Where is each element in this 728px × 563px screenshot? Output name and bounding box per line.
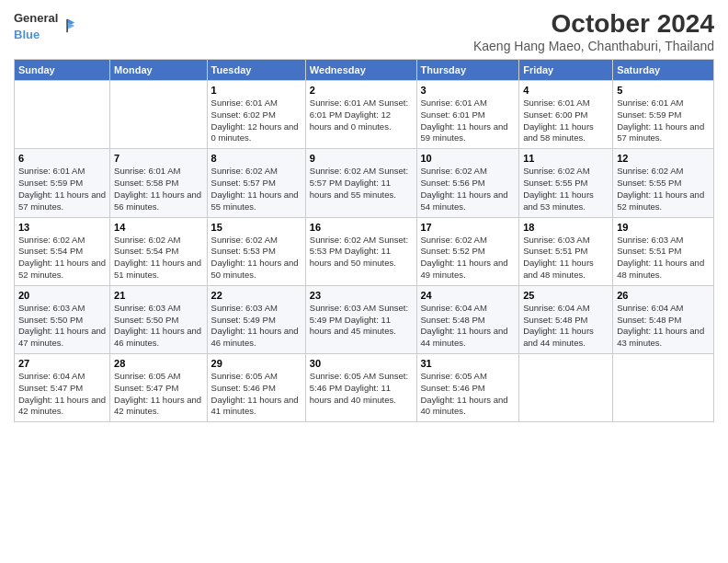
calendar-cell: 11Sunrise: 6:02 AM Sunset: 5:55 PM Dayli… — [519, 149, 613, 217]
calendar-cell: 8Sunrise: 6:02 AM Sunset: 5:57 PM Daylig… — [207, 149, 305, 217]
day-number: 11 — [523, 153, 609, 164]
calendar-cell: 3Sunrise: 6:01 AM Sunset: 6:01 PM Daylig… — [416, 81, 519, 149]
day-number: 21 — [114, 290, 203, 301]
day-detail: Sunrise: 6:03 AM Sunset: 5:49 PM Dayligh… — [310, 303, 413, 338]
calendar-cell: 24Sunrise: 6:04 AM Sunset: 5:48 PM Dayli… — [416, 285, 519, 353]
day-number: 1 — [211, 85, 301, 96]
calendar-cell — [15, 81, 110, 149]
calendar-cell: 9Sunrise: 6:02 AM Sunset: 5:57 PM Daylig… — [305, 149, 416, 217]
calendar-week-row: 1Sunrise: 6:01 AM Sunset: 6:02 PM Daylig… — [15, 81, 714, 149]
calendar-cell: 16Sunrise: 6:02 AM Sunset: 5:53 PM Dayli… — [305, 217, 416, 285]
day-detail: Sunrise: 6:01 AM Sunset: 6:01 PM Dayligh… — [421, 98, 516, 144]
day-number: 15 — [211, 222, 301, 233]
header-day-thursday: Thursday — [416, 60, 519, 81]
calendar-cell: 4Sunrise: 6:01 AM Sunset: 6:00 PM Daylig… — [519, 81, 613, 149]
day-detail: Sunrise: 6:03 AM Sunset: 5:50 PM Dayligh… — [18, 303, 106, 350]
calendar-cell — [110, 81, 208, 149]
day-detail: Sunrise: 6:02 AM Sunset: 5:54 PM Dayligh… — [18, 235, 106, 282]
calendar-cell: 18Sunrise: 6:03 AM Sunset: 5:51 PM Dayli… — [519, 217, 613, 285]
day-detail: Sunrise: 6:03 AM Sunset: 5:51 PM Dayligh… — [617, 235, 710, 282]
day-number: 14 — [114, 222, 203, 233]
day-detail: Sunrise: 6:01 AM Sunset: 6:01 PM Dayligh… — [310, 98, 413, 132]
header-day-friday: Friday — [519, 60, 613, 81]
title-block: October 2024 Kaeng Hang Maeo, Chanthabur… — [473, 9, 714, 53]
header-day-sunday: Sunday — [15, 60, 110, 81]
day-number: 6 — [18, 153, 106, 164]
calendar-cell: 6Sunrise: 6:01 AM Sunset: 5:59 PM Daylig… — [15, 149, 110, 217]
day-number: 25 — [523, 290, 609, 301]
sub-title: Kaeng Hang Maeo, Chanthaburi, Thailand — [473, 39, 714, 53]
day-detail: Sunrise: 6:04 AM Sunset: 5:47 PM Dayligh… — [18, 371, 106, 418]
calendar-cell: 23Sunrise: 6:03 AM Sunset: 5:49 PM Dayli… — [305, 285, 416, 353]
calendar-cell — [519, 354, 613, 422]
day-detail: Sunrise: 6:01 AM Sunset: 6:02 PM Dayligh… — [211, 98, 301, 144]
day-detail: Sunrise: 6:02 AM Sunset: 5:57 PM Dayligh… — [211, 166, 301, 213]
day-detail: Sunrise: 6:05 AM Sunset: 5:46 PM Dayligh… — [211, 371, 301, 418]
day-number: 13 — [18, 222, 106, 233]
day-number: 7 — [114, 153, 203, 164]
calendar-cell: 2Sunrise: 6:01 AM Sunset: 6:01 PM Daylig… — [305, 81, 416, 149]
calendar-cell: 30Sunrise: 6:05 AM Sunset: 5:46 PM Dayli… — [305, 354, 416, 422]
day-detail: Sunrise: 6:02 AM Sunset: 5:56 PM Dayligh… — [421, 166, 516, 213]
day-detail: Sunrise: 6:05 AM Sunset: 5:47 PM Dayligh… — [114, 371, 203, 418]
day-number: 17 — [421, 222, 516, 233]
day-number: 30 — [310, 358, 413, 369]
day-number: 12 — [617, 153, 710, 164]
day-detail: Sunrise: 6:04 AM Sunset: 5:48 PM Dayligh… — [617, 303, 710, 350]
calendar-cell: 1Sunrise: 6:01 AM Sunset: 6:02 PM Daylig… — [207, 81, 305, 149]
calendar-cell: 22Sunrise: 6:03 AM Sunset: 5:49 PM Dayli… — [207, 285, 305, 353]
calendar-cell: 13Sunrise: 6:02 AM Sunset: 5:54 PM Dayli… — [15, 217, 110, 285]
svg-rect-0 — [67, 19, 69, 32]
day-detail: Sunrise: 6:02 AM Sunset: 5:55 PM Dayligh… — [617, 166, 710, 213]
day-detail: Sunrise: 6:05 AM Sunset: 5:46 PM Dayligh… — [310, 371, 413, 406]
calendar-cell: 28Sunrise: 6:05 AM Sunset: 5:47 PM Dayli… — [110, 354, 208, 422]
calendar-cell: 15Sunrise: 6:02 AM Sunset: 5:53 PM Dayli… — [207, 217, 305, 285]
header-day-monday: Monday — [110, 60, 208, 81]
calendar-cell: 26Sunrise: 6:04 AM Sunset: 5:48 PM Dayli… — [613, 285, 714, 353]
day-number: 31 — [421, 358, 516, 369]
calendar-cell: 25Sunrise: 6:04 AM Sunset: 5:48 PM Dayli… — [519, 285, 613, 353]
calendar-cell: 19Sunrise: 6:03 AM Sunset: 5:51 PM Dayli… — [613, 217, 714, 285]
calendar-cell: 5Sunrise: 6:01 AM Sunset: 5:59 PM Daylig… — [613, 81, 714, 149]
calendar-cell: 31Sunrise: 6:05 AM Sunset: 5:46 PM Dayli… — [416, 354, 519, 422]
header-day-saturday: Saturday — [613, 60, 714, 81]
day-detail: Sunrise: 6:04 AM Sunset: 5:48 PM Dayligh… — [523, 303, 609, 350]
day-number: 23 — [310, 290, 413, 301]
calendar-week-row: 27Sunrise: 6:04 AM Sunset: 5:47 PM Dayli… — [15, 354, 714, 422]
brand-logo: General Blue — [14, 9, 76, 42]
day-detail: Sunrise: 6:02 AM Sunset: 5:57 PM Dayligh… — [310, 166, 413, 201]
brand-flag-icon — [60, 17, 76, 34]
day-detail: Sunrise: 6:02 AM Sunset: 5:55 PM Dayligh… — [523, 166, 609, 213]
calendar-week-row: 13Sunrise: 6:02 AM Sunset: 5:54 PM Dayli… — [15, 217, 714, 285]
day-number: 20 — [18, 290, 106, 301]
day-number: 10 — [421, 153, 516, 164]
day-number: 9 — [310, 153, 413, 164]
day-detail: Sunrise: 6:01 AM Sunset: 5:59 PM Dayligh… — [18, 166, 106, 213]
day-number: 22 — [211, 290, 301, 301]
calendar-week-row: 6Sunrise: 6:01 AM Sunset: 5:59 PM Daylig… — [15, 149, 714, 217]
day-number: 27 — [18, 358, 106, 369]
calendar-cell: 20Sunrise: 6:03 AM Sunset: 5:50 PM Dayli… — [15, 285, 110, 353]
day-detail: Sunrise: 6:03 AM Sunset: 5:50 PM Dayligh… — [114, 303, 203, 350]
calendar-cell: 12Sunrise: 6:02 AM Sunset: 5:55 PM Dayli… — [613, 149, 714, 217]
day-number: 2 — [310, 85, 413, 96]
day-detail: Sunrise: 6:03 AM Sunset: 5:49 PM Dayligh… — [211, 303, 301, 350]
header-day-wednesday: Wednesday — [305, 60, 416, 81]
header-day-tuesday: Tuesday — [207, 60, 305, 81]
day-detail: Sunrise: 6:04 AM Sunset: 5:48 PM Dayligh… — [421, 303, 516, 350]
calendar-table: SundayMondayTuesdayWednesdayThursdayFrid… — [14, 59, 714, 422]
calendar-week-row: 20Sunrise: 6:03 AM Sunset: 5:50 PM Dayli… — [15, 285, 714, 353]
brand-name-general: General — [14, 9, 58, 26]
day-number: 16 — [310, 222, 413, 233]
calendar-cell: 10Sunrise: 6:02 AM Sunset: 5:56 PM Dayli… — [416, 149, 519, 217]
day-detail: Sunrise: 6:02 AM Sunset: 5:54 PM Dayligh… — [114, 235, 203, 282]
day-number: 8 — [211, 153, 301, 164]
day-number: 24 — [421, 290, 516, 301]
day-detail: Sunrise: 6:05 AM Sunset: 5:46 PM Dayligh… — [421, 371, 516, 418]
day-detail: Sunrise: 6:01 AM Sunset: 6:00 PM Dayligh… — [523, 98, 609, 144]
day-number: 19 — [617, 222, 710, 233]
calendar-header-row: SundayMondayTuesdayWednesdayThursdayFrid… — [15, 60, 714, 81]
day-detail: Sunrise: 6:02 AM Sunset: 5:52 PM Dayligh… — [421, 235, 516, 282]
calendar-cell: 14Sunrise: 6:02 AM Sunset: 5:54 PM Dayli… — [110, 217, 208, 285]
calendar-cell — [613, 354, 714, 422]
